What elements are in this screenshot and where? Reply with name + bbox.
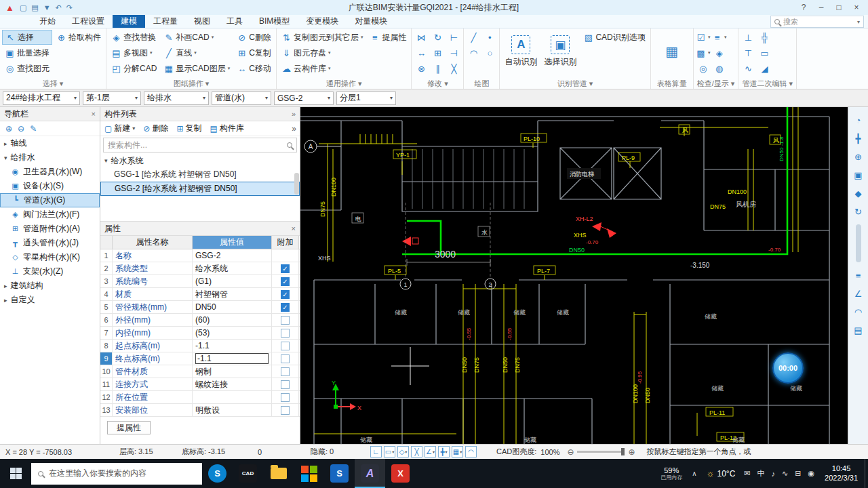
copy-to-other-floor-button[interactable]: ⇅复制图元到其它层▾: [279, 30, 366, 45]
nav-group-自定义[interactable]: ▸自定义: [0, 293, 100, 307]
project-combo[interactable]: 24#给排水工程▾: [3, 92, 80, 105]
property-row-number[interactable]: 11: [100, 378, 113, 390]
volume-icon[interactable]: ♪: [768, 470, 779, 478]
extract-properties-button[interactable]: ≡提属性: [367, 30, 409, 45]
attach-checkbox[interactable]: ✓: [281, 264, 290, 273]
nav-item-sanitary[interactable]: ◉卫生器具(水)(W): [0, 165, 100, 179]
nav-group-建筑结构[interactable]: ▸建筑结构: [0, 279, 100, 293]
close-icon[interactable]: ×: [292, 224, 296, 232]
cross-check-button[interactable]: ╬: [757, 30, 772, 45]
start-button[interactable]: [0, 459, 31, 488]
trim-button[interactable]: ⊢: [446, 30, 461, 45]
brightness-slider-thumb[interactable]: [621, 448, 625, 455]
property-value[interactable]: [193, 391, 272, 403]
brightness-plus-icon[interactable]: ⊕: [628, 447, 635, 457]
shield-icon[interactable]: ◉: [804, 469, 818, 478]
nav-group-轴线[interactable]: ▸轴线: [0, 136, 100, 150]
property-attach-cell[interactable]: [272, 352, 299, 365]
tab-对量模块[interactable]: 对量模块: [347, 15, 395, 28]
view-filter-button[interactable]: ◎: [696, 61, 711, 76]
property-attach-cell[interactable]: [272, 365, 299, 378]
select-identify-button[interactable]: ▣选择识别: [541, 30, 579, 73]
pan-icon[interactable]: ╋: [851, 131, 866, 146]
diag-button[interactable]: ◢: [757, 61, 772, 76]
property-value[interactable]: (53): [193, 327, 272, 339]
property-value[interactable]: GSG-2: [193, 249, 272, 262]
message-icon[interactable]: ✉: [741, 469, 753, 478]
find-element-button[interactable]: ◎查找图元: [2, 61, 52, 76]
layers-icon[interactable]: ≡: [851, 268, 866, 283]
cloud-check-button[interactable]: ◍: [712, 61, 727, 76]
section-icon[interactable]: ◠: [851, 304, 866, 319]
edit-icon[interactable]: ✎: [30, 124, 37, 134]
s-app-icon[interactable]: S: [324, 459, 355, 488]
snap-corner-icon[interactable]: ∟: [370, 446, 382, 458]
component-item[interactable]: GSG-1 [给水系统 衬塑钢管 DN50]: [100, 167, 300, 182]
x-app-icon[interactable]: X: [385, 459, 416, 488]
property-attach-cell[interactable]: [272, 314, 299, 326]
memory-widget[interactable]: 59% 已用内存: [655, 466, 688, 481]
property-attach-cell[interactable]: ✓: [272, 275, 299, 287]
array-button[interactable]: ⊞: [430, 45, 445, 60]
hidden-icons-chevron[interactable]: ∧: [688, 470, 701, 477]
draw-circle-button[interactable]: ○: [482, 45, 497, 60]
box-button[interactable]: ▭: [757, 45, 772, 60]
property-value[interactable]: 螺纹连接: [193, 378, 272, 390]
auto-identify-button[interactable]: A自动识别: [502, 30, 540, 73]
weather-widget[interactable]: ☼ 10°C: [701, 468, 741, 479]
nav-item-valve[interactable]: ◈阀门法兰(水)(F): [0, 207, 100, 222]
selected-pipe[interactable]: [402, 107, 787, 254]
scrollbar-thumb[interactable]: [856, 224, 861, 262]
tab-工具[interactable]: 工具: [218, 15, 251, 28]
line-button[interactable]: ╱直线▾: [161, 45, 233, 60]
property-value[interactable]: -1.1: [193, 340, 272, 352]
measure-icon[interactable]: ∠: [851, 286, 866, 301]
select-button[interactable]: ↖选择: [2, 30, 52, 45]
attach-checkbox[interactable]: ✓: [281, 277, 290, 286]
delete-button[interactable]: ⊗: [414, 61, 429, 76]
wave-button[interactable]: ∿: [741, 61, 755, 76]
orbit-icon[interactable]: ◔: [851, 113, 866, 127]
property-value[interactable]: DN50: [193, 301, 272, 313]
batch-select-button[interactable]: ▣批量选择: [2, 45, 52, 60]
property-value[interactable]: (G1): [193, 275, 272, 287]
redo-icon[interactable]: ↷: [66, 3, 73, 12]
ribbon-search[interactable]: 搜索 ▾: [770, 16, 864, 28]
save-icon[interactable]: ▼: [43, 3, 51, 12]
network-icon[interactable]: ∿: [778, 469, 791, 478]
component-item[interactable]: GSG-2 [给水系统 衬塑钢管 DN50]: [100, 182, 300, 196]
maximize-button[interactable]: □: [830, 3, 848, 12]
copy-component-button[interactable]: ⊞复制: [172, 121, 205, 136]
store-app-icon[interactable]: [294, 459, 324, 488]
usb-icon[interactable]: ⊟: [791, 469, 804, 478]
attach-checkbox[interactable]: [281, 354, 290, 363]
specialty-combo[interactable]: 给排水▾: [144, 92, 209, 105]
snap-arc-icon[interactable]: ◠: [465, 446, 477, 458]
expand-icon[interactable]: ⊕: [5, 124, 12, 134]
attach-checkbox[interactable]: [281, 316, 290, 325]
tab-开始[interactable]: 开始: [31, 15, 64, 28]
delete-component-button[interactable]: ⊘删除: [139, 121, 172, 136]
taskbar-search-input[interactable]: 在这里输入你要搜索的内容: [31, 463, 202, 485]
nav-item-pipe[interactable]: ┗管道(水)(G): [0, 193, 100, 207]
draw-line-button[interactable]: ╱: [466, 30, 481, 45]
new-component-button[interactable]: ▢新建▾: [100, 121, 139, 136]
component-search-input[interactable]: 搜索构件...: [103, 138, 297, 152]
property-row-number[interactable]: 10: [100, 365, 113, 378]
layer-combo[interactable]: 分层1▾: [336, 92, 396, 105]
undo-icon[interactable]: ↶: [56, 3, 62, 12]
mirror-button[interactable]: ⋈: [414, 30, 429, 45]
nav-group-给排水[interactable]: ▾给排水: [0, 150, 100, 165]
brightness-minus-icon[interactable]: ⊖: [567, 447, 574, 457]
show-cad-layers-button[interactable]: ▦显示CAD图层▾: [161, 61, 233, 76]
display-setting-button[interactable]: ≡▾: [712, 30, 727, 45]
zoom-extent-icon[interactable]: ▣: [851, 167, 866, 182]
property-attach-cell[interactable]: [272, 327, 299, 339]
nav-item-misc[interactable]: ◇零星构件(水)(K): [0, 250, 100, 264]
rotate-view-icon[interactable]: ↻: [851, 204, 866, 219]
property-attach-cell[interactable]: [272, 378, 299, 390]
extend-button[interactable]: ⊣: [446, 45, 461, 60]
snap-grid-icon[interactable]: ▦▾: [452, 446, 463, 458]
nav-item-bracket[interactable]: ⊥支架(水)(Z): [0, 264, 100, 279]
rotate-button[interactable]: ↻: [430, 30, 445, 45]
